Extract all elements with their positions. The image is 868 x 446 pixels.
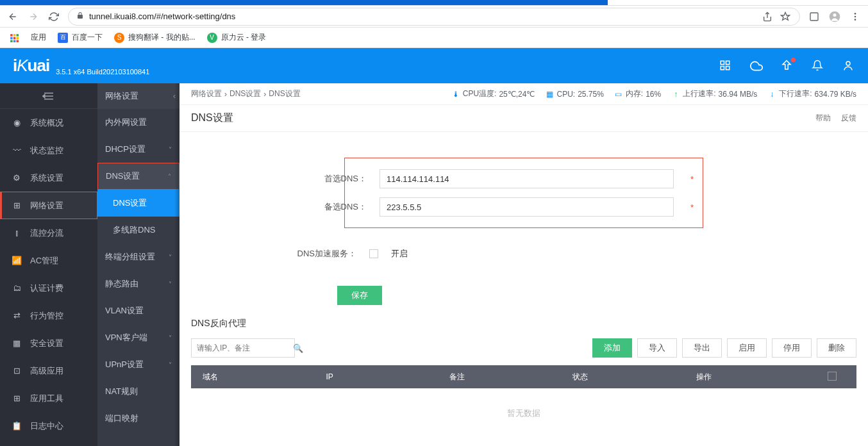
breadcrumb[interactable]: 网络设置: [191, 88, 222, 99]
behav-icon: ⇄: [11, 310, 22, 322]
breadcrumb: DNS设置: [269, 88, 300, 99]
table-header: 域名 IP 备注 状态 操作: [191, 365, 856, 388]
reload-button[interactable]: [47, 10, 60, 23]
nav2-item[interactable]: UPnP设置˅: [97, 351, 179, 378]
select-all-checkbox[interactable]: [828, 372, 837, 381]
apps-icon[interactable]: [9, 33, 19, 43]
cloud-icon[interactable]: [750, 60, 763, 72]
user-icon[interactable]: [842, 60, 855, 72]
required-mark: *: [690, 174, 694, 184]
nav1-item-ac[interactable]: 📶AC管理: [0, 247, 97, 274]
thermometer-icon: 🌡: [451, 90, 460, 99]
star-icon[interactable]: [779, 10, 792, 23]
nav1-item-dash[interactable]: ◉系统概况: [0, 109, 97, 136]
enable-button[interactable]: 启用: [727, 338, 767, 358]
forward-button[interactable]: [27, 10, 40, 23]
scroll-shadow: [174, 83, 179, 446]
search-icon[interactable]: 🔍: [293, 343, 303, 353]
apps-label[interactable]: 应用: [31, 32, 46, 43]
chevron-down-icon: ˄: [168, 173, 171, 180]
search-input[interactable]: 🔍: [191, 338, 295, 358]
nav2-item[interactable]: DNS设置˄: [97, 163, 179, 190]
save-button[interactable]: 保存: [337, 286, 382, 305]
primary-dns-input[interactable]: [380, 169, 674, 188]
nav-collapse-icon[interactable]: [0, 83, 97, 109]
secondary-dns-input[interactable]: [380, 197, 674, 217]
nav2-item[interactable]: 端口映射: [97, 405, 179, 432]
nav1-item-log[interactable]: 📋日志中心: [0, 412, 97, 440]
secondary-dns-label: 备选DNS：: [283, 201, 367, 213]
dns-accel-label: DNS加速服务：: [199, 248, 356, 260]
nav2-item[interactable]: NAT规则: [97, 378, 179, 405]
nav1-item-sec[interactable]: ▦安全设置: [0, 329, 97, 357]
tool-icon: ⊞: [11, 393, 22, 404]
empty-state: 暂无数据: [179, 388, 868, 438]
nav1-item-tool[interactable]: ⊞应用工具: [0, 384, 97, 412]
svg-rect-0: [810, 13, 818, 21]
bookmark-yuanli[interactable]: V原力云 - 登录: [207, 32, 267, 43]
svg-point-19: [846, 62, 850, 65]
svg-rect-6: [10, 34, 13, 37]
stat-mem: ▭内存: 16%: [614, 88, 661, 99]
svg-rect-15: [721, 61, 724, 64]
svg-rect-13: [13, 40, 15, 42]
nav1-item-auth[interactable]: 🗂认证计费: [0, 274, 97, 302]
secondary-nav: 网络设置‹ 内外网设置DHCP设置˅DNS设置˄DNS设置多线路DNS终端分组设…: [97, 83, 179, 446]
profile-icon[interactable]: [828, 10, 841, 23]
nav2-item[interactable]: 静态路由˅: [97, 270, 179, 297]
nav2-item[interactable]: 内外网设置: [97, 109, 179, 136]
nav1-item-monitor[interactable]: 〰状态监控: [0, 136, 97, 164]
svg-rect-17: [721, 66, 724, 69]
chevron-down-icon: ˅: [169, 146, 172, 153]
nav1-item-adv[interactable]: ⊡高级应用: [0, 357, 97, 384]
arrow-down-icon: ↓: [767, 90, 776, 99]
secondary-nav-header: 网络设置‹: [97, 83, 179, 109]
help-link[interactable]: 帮助: [815, 113, 831, 124]
svg-rect-11: [17, 37, 19, 39]
dns-accel-checkbox[interactable]: [369, 249, 378, 258]
add-button[interactable]: 添加: [592, 338, 632, 358]
stat-upload: ↑上行速率: 36.94 MB/s: [671, 88, 757, 99]
col-action: 操作: [696, 372, 819, 383]
svg-point-4: [855, 15, 856, 17]
menu-icon[interactable]: [849, 10, 862, 23]
address-bar[interactable]: tunnel.ikuai8.com/#/network-setting/dns: [68, 8, 800, 26]
log-icon: 📋: [11, 420, 22, 432]
nav1-item-behav[interactable]: ⇄行为管控: [0, 302, 97, 329]
bookmark-baidu[interactable]: 百百度一下: [58, 32, 103, 43]
svg-rect-16: [726, 61, 730, 64]
update-icon[interactable]: [781, 60, 794, 72]
export-button[interactable]: 导出: [682, 338, 722, 358]
svg-rect-7: [13, 34, 15, 37]
nav2-item[interactable]: 终端分组设置˅: [97, 244, 179, 270]
sec-icon: ▦: [11, 338, 22, 349]
nav2-item[interactable]: DHCP设置˅: [97, 136, 179, 163]
chevron-down-icon: ˅: [169, 254, 172, 261]
adv-icon: ⊡: [11, 365, 22, 377]
nav2-item[interactable]: VLAN设置: [97, 297, 179, 324]
breadcrumb[interactable]: DNS设置: [230, 88, 261, 99]
bell-icon[interactable]: [812, 60, 824, 72]
stat-cpu: ▦CPU: 25.75%: [545, 90, 603, 99]
import-button[interactable]: 导入: [637, 338, 677, 358]
nav1-item-flow[interactable]: ⫿流控分流: [0, 219, 97, 247]
bookmark-sogou[interactable]: S搜狗翻译 - 我的贴...: [114, 32, 196, 43]
back-button[interactable]: [6, 10, 19, 23]
nav1-item-net[interactable]: ⊞网络设置: [0, 192, 97, 219]
apps-grid-icon[interactable]: [719, 60, 732, 72]
disable-button[interactable]: 停用: [772, 338, 812, 358]
nav2-subitem[interactable]: 多线路DNS: [97, 217, 179, 244]
svg-rect-14: [17, 40, 19, 42]
delete-button[interactable]: 删除: [817, 338, 856, 358]
col-status: 状态: [572, 372, 696, 383]
share-icon[interactable]: [761, 10, 774, 23]
extensions-icon[interactable]: [808, 10, 821, 23]
chevron-down-icon: ˅: [169, 334, 172, 342]
cpu-icon: ▦: [545, 90, 554, 99]
feedback-link[interactable]: 反馈: [841, 113, 856, 124]
gear-icon: ⚙: [11, 172, 22, 184]
logo: iKuai: [13, 56, 49, 76]
nav1-item-gear[interactable]: ⚙系统设置: [0, 164, 97, 192]
nav2-item[interactable]: VPN客户端˅: [97, 324, 179, 351]
nav2-subitem[interactable]: DNS设置: [97, 190, 179, 217]
